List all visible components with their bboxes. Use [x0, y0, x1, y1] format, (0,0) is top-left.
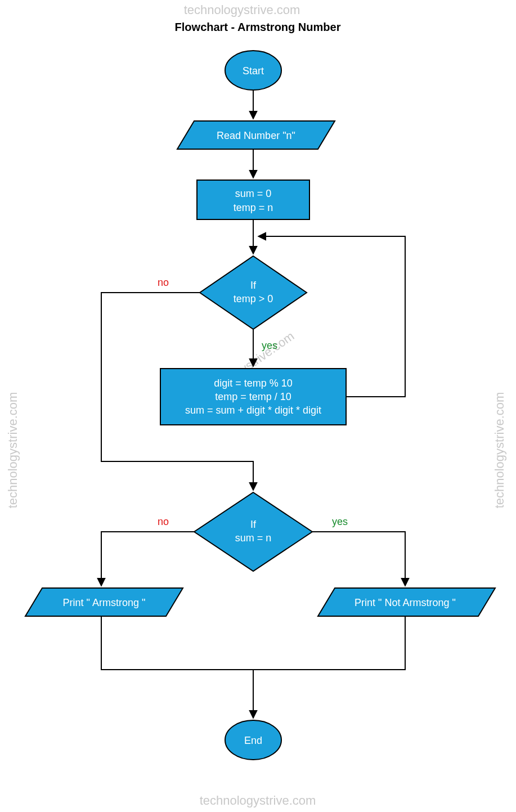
node-end: End: [225, 720, 281, 760]
watermark-bottom: technologystrive.com: [200, 793, 316, 807]
node-body-line2: temp = temp / 10: [215, 391, 291, 402]
node-cond1-line1: If: [250, 280, 257, 291]
edge-printno-end: [253, 616, 405, 670]
label-cond1-no: no: [158, 277, 169, 288]
diagram-title: Flowchart - Armstrong Number: [175, 21, 341, 33]
edge-cond2-printyes: [101, 532, 194, 585]
flowchart-canvas: technologystrive.com technologystrive.co…: [0, 0, 516, 812]
node-init-line2: temp = n: [234, 202, 273, 213]
node-print-yes: Print " Armstrong ": [25, 588, 183, 616]
node-body: digit = temp % 10 temp = temp / 10 sum =…: [160, 369, 346, 425]
node-print-no-label: Print " Not Armstrong ": [355, 597, 456, 608]
node-cond2: If sum = n: [194, 492, 312, 571]
node-body-line3: sum = sum + digit * digit * digit: [185, 405, 321, 416]
node-read: Read Number "n": [177, 121, 335, 149]
node-print-yes-label: Print " Armstrong ": [63, 597, 146, 608]
node-read-label: Read Number "n": [217, 130, 295, 141]
node-end-label: End: [244, 735, 262, 746]
label-cond1-yes: yes: [262, 340, 277, 351]
node-init-line1: sum = 0: [235, 188, 272, 199]
watermark-right: technologystrive.com: [492, 392, 506, 509]
node-print-no: Print " Not Armstrong ": [318, 588, 495, 616]
node-cond2-line1: If: [250, 519, 257, 530]
node-cond2-line2: sum = n: [235, 532, 272, 544]
watermark-left: technologystrive.com: [6, 392, 20, 509]
label-cond2-no: no: [158, 516, 169, 527]
node-start: Start: [225, 51, 281, 90]
svg-rect-2: [197, 180, 309, 219]
node-body-line1: digit = temp % 10: [214, 378, 293, 389]
edge-printyes-end: [101, 616, 253, 717]
node-cond1: If temp > 0: [200, 256, 307, 329]
node-start-label: Start: [243, 65, 264, 77]
label-cond2-yes: yes: [332, 516, 348, 527]
node-init: sum = 0 temp = n: [197, 180, 309, 219]
edge-cond2-printno: [312, 532, 405, 585]
watermark-top: technologystrive.com: [184, 3, 300, 17]
node-cond1-line2: temp > 0: [234, 293, 273, 304]
